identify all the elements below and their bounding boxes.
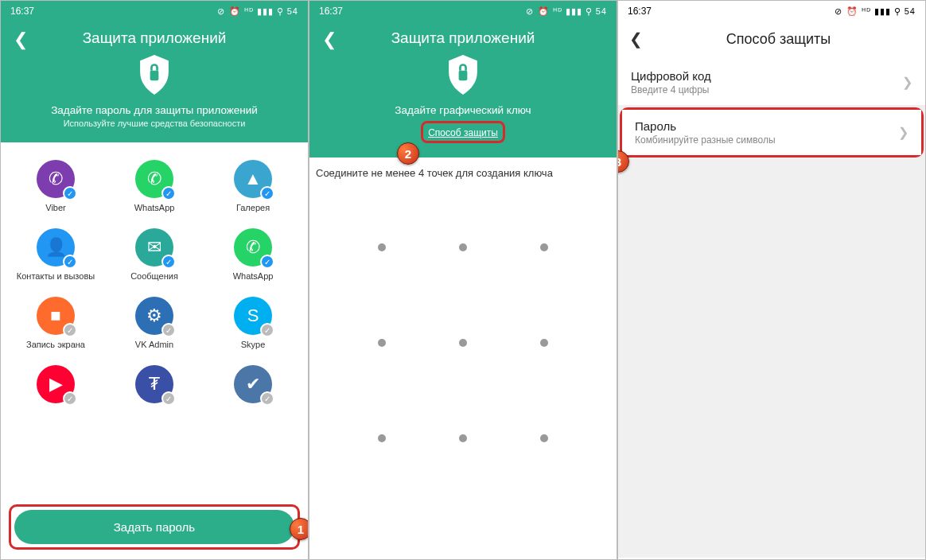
- check-badge-icon: ✓: [260, 323, 274, 337]
- app-label: WhatsApp: [233, 271, 274, 281]
- app-item[interactable]: ✆✓Viber: [9, 160, 103, 212]
- status-bar: 16:37 ⊘ ⏰ ᴴᴰ ▮▮▮ ⚲ 54: [309, 1, 617, 21]
- app-label: Skype: [241, 340, 266, 349]
- app-item[interactable]: S✓Skype: [206, 297, 300, 349]
- shield-lock-icon: [445, 55, 481, 95]
- app-item[interactable]: ₮✓: [107, 365, 201, 408]
- app-icon: ⚙✓: [135, 297, 173, 335]
- shield-lock-icon: [137, 55, 172, 95]
- panel-app-protection: 16:37 ⊘ ⏰ ᴴᴰ ▮▮▮ ⚲ 54 ❮ Защита приложени…: [0, 0, 309, 560]
- app-item[interactable]: ▶✓: [9, 365, 103, 408]
- list-body: Цифровой код Введите 4 цифры ❯ Пароль Ко…: [618, 60, 925, 558]
- pattern-dot[interactable]: [459, 434, 467, 442]
- check-badge-icon: ✓: [260, 255, 274, 269]
- option-password[interactable]: Пароль Комбинируйте разные символы ❯: [622, 110, 921, 155]
- protection-method-link[interactable]: Способ защиты: [428, 127, 498, 138]
- status-bar: 16:37 ⊘ ⏰ ᴴᴰ ▮▮▮ ⚲ 54: [1, 1, 308, 21]
- app-item[interactable]: ✔✓: [206, 365, 300, 408]
- app-icon: ✆✓: [135, 160, 173, 198]
- step-badge-2: 2: [397, 142, 419, 165]
- option-title: Пароль: [635, 119, 776, 133]
- app-label: VK Admin: [135, 340, 173, 349]
- subtitle: Задайте графический ключ: [309, 104, 617, 116]
- app-item[interactable]: ▲✓Галерея: [206, 160, 300, 212]
- app-label: WhatsApp: [134, 203, 175, 212]
- subtitle-secondary: Используйте лучшие средства безопасности: [1, 119, 308, 128]
- check-badge-icon: ✓: [161, 391, 176, 406]
- back-icon[interactable]: ❮: [629, 29, 643, 49]
- app-icon: ✆✓: [234, 228, 272, 266]
- subtitle: Задайте пароль для защиты приложений: [1, 104, 308, 116]
- pattern-dot[interactable]: [459, 243, 467, 251]
- check-badge-icon: ✓: [161, 186, 176, 200]
- set-password-highlight: Задать пароль: [9, 504, 300, 550]
- password-option-highlight: Пароль Комбинируйте разные символы ❯: [620, 107, 924, 158]
- app-icon: ■✓: [37, 297, 75, 335]
- step-badge-1: 1: [290, 518, 309, 540]
- check-badge-icon: ✓: [260, 391, 274, 406]
- pattern-dot[interactable]: [378, 243, 386, 251]
- panel-pattern: 16:37 ⊘ ⏰ ᴴᴰ ▮▮▮ ⚲ 54 ❮ Защита приложени…: [309, 0, 617, 560]
- app-label: Галерея: [236, 203, 270, 212]
- header: ❮ Защита приложений Задайте пароль для з…: [1, 21, 308, 142]
- back-icon[interactable]: ❮: [322, 29, 337, 50]
- status-time: 16:37: [319, 6, 343, 17]
- check-badge-icon: ✓: [161, 255, 176, 269]
- svg-rect-0: [150, 71, 159, 81]
- set-password-button[interactable]: Задать пароль: [14, 510, 294, 544]
- app-item[interactable]: ✆✓WhatsApp: [107, 160, 201, 212]
- check-badge-icon: ✓: [161, 323, 176, 337]
- page-title: Защита приложений: [1, 21, 308, 47]
- app-icon: ▲✓: [234, 160, 272, 198]
- svg-rect-1: [459, 71, 468, 81]
- header: ❮ Способ защиты: [618, 21, 925, 60]
- app-label: Viber: [45, 203, 65, 212]
- app-icon: ▶✓: [37, 365, 75, 403]
- pattern-dot[interactable]: [459, 339, 467, 347]
- status-icons: ⊘ ⏰ ᴴᴰ ▮▮▮ ⚲ 54: [835, 6, 916, 17]
- app-item[interactable]: ✆✓WhatsApp: [206, 228, 300, 281]
- pattern-grid[interactable]: [309, 184, 617, 502]
- app-label: Сообщения: [130, 271, 178, 281]
- pattern-dot[interactable]: [378, 434, 386, 442]
- app-icon: 👤✓: [37, 228, 75, 266]
- pattern-dot[interactable]: [540, 243, 548, 251]
- header: ❮ Защита приложений Задайте графический …: [309, 21, 617, 158]
- status-icons: ⊘ ⏰ ᴴᴰ ▮▮▮ ⚲ 54: [526, 6, 607, 17]
- page-title: Защита приложений: [309, 21, 617, 47]
- chevron-right-icon: ❯: [898, 125, 908, 140]
- check-badge-icon: ✓: [63, 186, 77, 200]
- app-icon: ✆✓: [37, 160, 75, 198]
- app-item[interactable]: ⚙✓VK Admin: [107, 297, 201, 349]
- pattern-dot[interactable]: [540, 339, 548, 347]
- page-title: Способ защиты: [643, 31, 914, 48]
- check-badge-icon: ✓: [63, 255, 77, 269]
- app-icon: S✓: [234, 297, 272, 335]
- app-icon: ✉✓: [135, 228, 173, 266]
- app-label: Запись экрана: [26, 340, 85, 349]
- app-icon: ₮✓: [135, 365, 173, 403]
- status-icons: ⊘ ⏰ ᴴᴰ ▮▮▮ ⚲ 54: [217, 6, 298, 17]
- option-title: Цифровой код: [631, 69, 711, 83]
- app-item[interactable]: ■✓Запись экрана: [9, 297, 103, 349]
- app-icon: ✔✓: [234, 365, 272, 403]
- pattern-dot[interactable]: [378, 339, 386, 347]
- status-time: 16:37: [628, 6, 652, 17]
- option-subtitle: Комбинируйте разные символы: [635, 134, 776, 146]
- back-icon[interactable]: ❮: [14, 29, 28, 50]
- option-subtitle: Введите 4 цифры: [631, 84, 711, 95]
- app-item[interactable]: ✉✓Сообщения: [107, 228, 201, 281]
- pattern-dot[interactable]: [540, 434, 548, 442]
- pattern-instruction: Соедините не менее 4 точек для создания …: [309, 158, 617, 184]
- apps-grid: ✆✓Viber✆✓WhatsApp▲✓Галерея👤✓Контакты и в…: [1, 142, 308, 416]
- status-time: 16:37: [10, 6, 34, 17]
- app-item[interactable]: 👤✓Контакты и вызовы: [9, 228, 103, 281]
- check-badge-icon: ✓: [63, 391, 77, 406]
- check-badge-icon: ✓: [63, 323, 77, 337]
- option-digit-code[interactable]: Цифровой код Введите 4 цифры ❯: [618, 60, 925, 106]
- check-badge-icon: ✓: [260, 186, 274, 200]
- chevron-right-icon: ❯: [902, 75, 912, 90]
- app-label: Контакты и вызовы: [17, 271, 95, 281]
- protection-method-highlight: Способ защиты: [421, 121, 505, 143]
- panel-method: 16:37 ⊘ ⏰ ᴴᴰ ▮▮▮ ⚲ 54 ❮ Способ защиты Ци…: [617, 0, 926, 560]
